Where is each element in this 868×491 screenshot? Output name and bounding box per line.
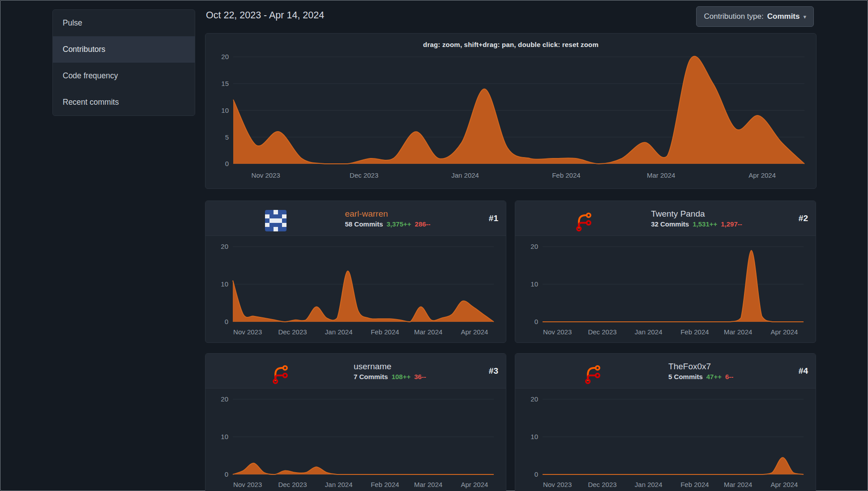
contributor-card-header: TheFox0x7 5 Commits 47++ 6-- #4 (515, 354, 816, 389)
contributor-name[interactable]: Twenty Panda (651, 209, 742, 219)
contributor-name[interactable]: TheFox0x7 (668, 362, 733, 371)
svg-text:0: 0 (225, 318, 228, 325)
svg-text:Apr 2024: Apr 2024 (461, 328, 488, 336)
deletions-count: 1,297-- (721, 220, 742, 228)
svg-text:Dec 2023: Dec 2023 (588, 481, 616, 488)
chart-zoom-hint: drag: zoom, shift+drag: pan, double clic… (205, 41, 816, 48)
main-content: Oct 22, 2023 - Apr 14, 2024 Contribution… (205, 0, 817, 491)
contributor-rank-badge: #4 (799, 366, 808, 376)
svg-text:20: 20 (221, 243, 228, 250)
svg-text:Apr 2024: Apr 2024 (461, 481, 488, 488)
svg-text:Feb 2024: Feb 2024 (552, 171, 580, 179)
svg-text:Nov 2023: Nov 2023 (543, 481, 572, 488)
activity-sidebar: Pulse Contributors Code frequency Recent… (52, 9, 195, 116)
contributor-stats: 5 Commits 47++ 6-- (668, 373, 733, 380)
contributor-card: Twenty Panda 32 Commits 1,531++ 1,297-- … (515, 201, 816, 343)
svg-text:Jan 2024: Jan 2024 (325, 328, 353, 336)
chevron-down-icon: ▾ (803, 14, 806, 20)
svg-text:20: 20 (530, 395, 538, 403)
forgejo-logo-icon (269, 363, 291, 384)
sidebar-item-recent-commits[interactable]: Recent commits (53, 89, 195, 115)
sidebar-item-code-frequency[interactable]: Code frequency (53, 63, 195, 89)
svg-text:Apr 2024: Apr 2024 (770, 481, 798, 488)
commit-count: 58 Commits (345, 220, 383, 228)
svg-text:Mar 2024: Mar 2024 (647, 171, 675, 179)
deletions-count: 286-- (415, 220, 431, 228)
contributor-stats: 58 Commits 3,375++ 286-- (345, 220, 430, 228)
commit-count: 7 Commits (354, 373, 388, 380)
contributor-rank-badge: #2 (799, 213, 808, 223)
svg-text:Nov 2023: Nov 2023 (543, 328, 572, 336)
contributor-card: username 7 Commits 108++ 36-- #3 01020No… (205, 353, 506, 491)
additions-count: 3,375++ (387, 220, 411, 228)
svg-text:Dec 2023: Dec 2023 (278, 328, 307, 336)
svg-text:10: 10 (221, 433, 228, 440)
contributor-card-header: username 7 Commits 108++ 36-- #3 (205, 354, 506, 389)
commit-count: 32 Commits (651, 220, 689, 228)
contributor-chart[interactable]: 01020Nov 2023Dec 2023Jan 2024Feb 2024Mar… (522, 240, 809, 340)
svg-text:Mar 2024: Mar 2024 (414, 481, 442, 488)
svg-text:20: 20 (221, 395, 228, 403)
svg-text:Apr 2024: Apr 2024 (748, 171, 776, 179)
additions-count: 108++ (392, 373, 411, 380)
deletions-count: 36-- (414, 373, 426, 380)
contributor-name[interactable]: earl-warren (345, 209, 430, 219)
svg-text:Dec 2023: Dec 2023 (588, 328, 616, 336)
svg-text:Feb 2024: Feb 2024 (371, 481, 399, 488)
contributor-name[interactable]: username (354, 362, 426, 371)
contributors-page: Pulse Contributors Code frequency Recent… (0, 0, 868, 491)
svg-text:0: 0 (225, 470, 228, 478)
commit-count: 5 Commits (668, 373, 703, 380)
contributor-card-header: earl-warren 58 Commits 3,375++ 286-- #1 (205, 201, 506, 236)
svg-text:Feb 2024: Feb 2024 (371, 328, 399, 336)
svg-text:Apr 2024: Apr 2024 (770, 328, 798, 336)
contributor-chart[interactable]: 01020Nov 2023Dec 2023Jan 2024Feb 2024Mar… (212, 240, 499, 340)
svg-text:Jan 2024: Jan 2024 (635, 328, 663, 336)
svg-text:15: 15 (221, 80, 229, 87)
svg-text:Jan 2024: Jan 2024 (325, 481, 353, 488)
contributor-card: TheFox0x7 5 Commits 47++ 6-- #4 01020Nov… (515, 353, 816, 491)
sidebar-item-contributors[interactable]: Contributors (53, 36, 195, 63)
svg-text:10: 10 (530, 280, 538, 288)
contributor-rank-badge: #3 (489, 366, 498, 376)
main-activity-chart[interactable]: 05101520Nov 2023Dec 2023Jan 2024Feb 2024… (205, 51, 817, 183)
additions-count: 1,531++ (693, 220, 717, 228)
contributor-avatar-identicon (265, 210, 286, 231)
svg-text:0: 0 (534, 470, 538, 478)
sidebar-item-pulse[interactable]: Pulse (53, 10, 195, 36)
contribution-type-dropdown[interactable]: Contribution type: Commits ▾ (696, 6, 814, 27)
svg-text:0: 0 (225, 160, 229, 167)
svg-text:5: 5 (225, 133, 229, 141)
svg-text:10: 10 (221, 107, 229, 114)
svg-text:0: 0 (534, 318, 538, 325)
date-range-title: Oct 22, 2023 - Apr 14, 2024 (206, 10, 324, 21)
forgejo-logo-icon (573, 210, 594, 231)
svg-text:10: 10 (530, 433, 538, 440)
additions-count: 47++ (706, 373, 722, 380)
contributor-stats: 7 Commits 108++ 36-- (354, 373, 426, 380)
svg-text:Mar 2024: Mar 2024 (724, 481, 752, 488)
svg-text:Nov 2023: Nov 2023 (252, 171, 280, 179)
contributor-card-header: Twenty Panda 32 Commits 1,531++ 1,297-- … (515, 201, 816, 236)
contribution-type-label: Contribution type: (704, 12, 763, 21)
svg-text:Jan 2024: Jan 2024 (635, 481, 663, 488)
svg-text:Dec 2023: Dec 2023 (350, 171, 378, 179)
svg-text:Feb 2024: Feb 2024 (680, 481, 709, 488)
svg-text:Mar 2024: Mar 2024 (414, 328, 442, 336)
svg-text:20: 20 (221, 53, 229, 60)
svg-text:Jan 2024: Jan 2024 (451, 171, 479, 179)
deletions-count: 6-- (725, 373, 733, 380)
contributor-chart[interactable]: 01020Nov 2023Dec 2023Jan 2024Feb 2024Mar… (212, 393, 499, 491)
contributor-card: earl-warren 58 Commits 3,375++ 286-- #1 … (205, 201, 506, 343)
svg-text:Dec 2023: Dec 2023 (278, 481, 307, 488)
contributor-rank-badge: #1 (489, 213, 498, 223)
svg-text:Feb 2024: Feb 2024 (680, 328, 709, 336)
contribution-type-value: Commits (767, 12, 800, 21)
svg-text:10: 10 (221, 280, 228, 288)
svg-text:20: 20 (530, 243, 538, 250)
contributor-stats: 32 Commits 1,531++ 1,297-- (651, 220, 742, 228)
contributor-chart[interactable]: 01020Nov 2023Dec 2023Jan 2024Feb 2024Mar… (522, 393, 809, 491)
svg-text:Mar 2024: Mar 2024 (724, 328, 752, 336)
svg-text:Nov 2023: Nov 2023 (233, 481, 262, 488)
svg-text:Nov 2023: Nov 2023 (233, 328, 262, 336)
